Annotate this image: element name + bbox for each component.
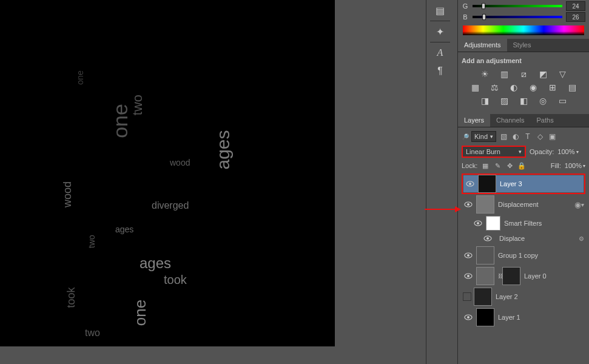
threshold-icon[interactable]: ◧	[518, 96, 529, 106]
layer-thumbnail[interactable]	[476, 195, 494, 214]
art-word: wood	[61, 181, 74, 207]
b-slider[interactable]	[473, 14, 562, 20]
art-word: took	[164, 273, 187, 287]
filter-pixel-icon[interactable]: ▧	[499, 132, 508, 141]
layer-thumbnail[interactable]	[476, 308, 494, 326]
lock-all-icon[interactable]: 🔒	[517, 161, 526, 170]
adjustments-panel: Adjustments Styles Add an adjustment ☀ ▥…	[458, 39, 589, 114]
art-word: ages	[140, 255, 171, 272]
lut-icon[interactable]: ▤	[567, 83, 577, 92]
opacity-label: Opacity:	[530, 148, 554, 155]
layer-thumbnail[interactable]	[476, 267, 494, 285]
layer-name[interactable]: Layer 1	[498, 314, 584, 321]
layer-name[interactable]: Smart Filters	[504, 220, 584, 227]
brightness-icon[interactable]: ☀	[479, 69, 490, 79]
g-label: G	[462, 2, 469, 10]
mask-thumbnail[interactable]	[502, 267, 520, 285]
layer-row[interactable]: Displacement ◉ ▾	[462, 194, 585, 215]
adjustments-title: Add an adjustment	[462, 57, 585, 64]
paragraph-icon[interactable]: ¶	[431, 63, 449, 79]
lock-pixels-icon[interactable]: ✎	[493, 161, 502, 170]
blend-mode-select[interactable]: Linear Burn ▾	[462, 146, 526, 158]
bw-icon[interactable]: ◐	[508, 83, 519, 92]
filter-kind-select[interactable]: Kind▾	[471, 131, 496, 142]
filter-name[interactable]: Displace	[499, 235, 579, 242]
layer-name[interactable]: Layer 3	[500, 180, 582, 187]
layer-name[interactable]: Layer 0	[524, 272, 584, 280]
tab-paths[interactable]: Paths	[531, 114, 560, 127]
blend-mode-value: Linear Burn	[466, 148, 500, 155]
color-panel: G B	[458, 1, 589, 39]
layer-thumbnail[interactable]	[474, 288, 492, 306]
art-word: one	[109, 104, 132, 138]
chevron-down-icon: ▾	[519, 149, 522, 155]
levels-icon[interactable]: ▥	[499, 69, 510, 79]
photo-filter-icon[interactable]: ◉	[528, 83, 539, 92]
filter-type-icon[interactable]: T	[523, 132, 533, 141]
character-icon[interactable]: A	[431, 45, 449, 61]
visibility-toggle[interactable]	[482, 233, 493, 244]
filter-settings-icon[interactable]: ⚙	[579, 235, 584, 242]
g-slider[interactable]	[473, 3, 562, 9]
visibility-toggle[interactable]	[463, 271, 474, 281]
layer-row-filter[interactable]: Displace ⚙	[462, 232, 585, 245]
layer-name[interactable]: Layer 2	[496, 293, 584, 300]
layer-name[interactable]: Displacement	[498, 201, 572, 208]
vibrance-icon[interactable]: ▽	[557, 69, 568, 79]
lock-transparent-icon[interactable]: ▦	[481, 161, 490, 170]
gradient-map-icon[interactable]: ▭	[557, 96, 568, 106]
smart-object-icon[interactable]: ◉	[574, 200, 581, 209]
visibility-toggle-off[interactable]	[463, 292, 471, 301]
invert-icon[interactable]: ◨	[479, 96, 490, 106]
curves-icon[interactable]: ⧄	[518, 69, 529, 79]
layer-thumbnail[interactable]	[476, 246, 494, 265]
filter-kind-icon[interactable]: 🔎	[462, 133, 469, 140]
b-input[interactable]	[566, 12, 585, 22]
layer-row-smartfilters[interactable]: Smart Filters	[462, 215, 585, 232]
layer-name[interactable]: Group 1 copy	[498, 252, 584, 259]
histogram-icon[interactable]: ▤	[431, 2, 449, 18]
tab-channels[interactable]: Channels	[490, 114, 530, 127]
filter-adjust-icon[interactable]: ◐	[511, 132, 520, 141]
art-word: diverged	[152, 200, 189, 211]
svg-point-5	[477, 222, 479, 224]
visibility-toggle[interactable]	[465, 178, 476, 189]
layer-row-selected[interactable]: Layer 3	[462, 174, 585, 194]
layer-row[interactable]: Layer 1	[462, 307, 585, 328]
layer-row[interactable]: ⛓ Layer 0	[462, 266, 585, 286]
spectrum-strip[interactable]	[463, 25, 584, 35]
lock-position-icon[interactable]: ✥	[505, 161, 514, 170]
fill-value[interactable]: 100%▾	[565, 162, 585, 169]
art-word: wood	[170, 158, 190, 167]
selective-icon[interactable]: ◎	[537, 96, 548, 106]
visibility-toggle[interactable]	[463, 250, 474, 261]
right-panel-stack: G B Adjustments Styles Add an adjustment…	[457, 0, 589, 364]
lock-label: Lock:	[462, 162, 477, 169]
collapse-icon[interactable]: ▾	[581, 201, 584, 208]
g-input[interactable]	[566, 1, 585, 11]
layer-row[interactable]: Group 1 copy	[462, 245, 585, 266]
tab-styles[interactable]: Styles	[507, 39, 537, 52]
channel-mixer-icon[interactable]: ⊞	[547, 83, 558, 92]
tab-adjustments[interactable]: Adjustments	[458, 39, 507, 52]
canvas[interactable]: one two wood ages took diverged one two …	[0, 0, 335, 346]
visibility-toggle[interactable]	[463, 312, 474, 323]
hue-icon[interactable]: ▦	[470, 83, 480, 92]
filter-mask-thumbnail[interactable]	[486, 216, 500, 231]
tab-layers[interactable]: Layers	[458, 114, 490, 127]
canvas-artwork: one two wood ages took diverged one two …	[49, 36, 291, 340]
filter-smart-icon[interactable]: ▣	[547, 132, 557, 141]
layer-thumbnail[interactable]	[478, 175, 496, 193]
visibility-toggle[interactable]	[463, 199, 474, 210]
brushes-icon[interactable]: ✦	[431, 24, 449, 39]
filter-shape-icon[interactable]: ◇	[535, 132, 545, 141]
opacity-value[interactable]: 100%▾	[557, 148, 578, 155]
svg-point-13	[467, 316, 470, 318]
exposure-icon[interactable]: ◩	[537, 69, 548, 79]
posterize-icon[interactable]: ▨	[499, 96, 510, 106]
balance-icon[interactable]: ⚖	[489, 83, 500, 92]
options-strip: ▤ ✦ A ¶	[426, 0, 454, 364]
layer-row[interactable]: Layer 2	[462, 286, 585, 307]
svg-point-11	[467, 275, 470, 277]
visibility-toggle[interactable]	[473, 218, 483, 229]
